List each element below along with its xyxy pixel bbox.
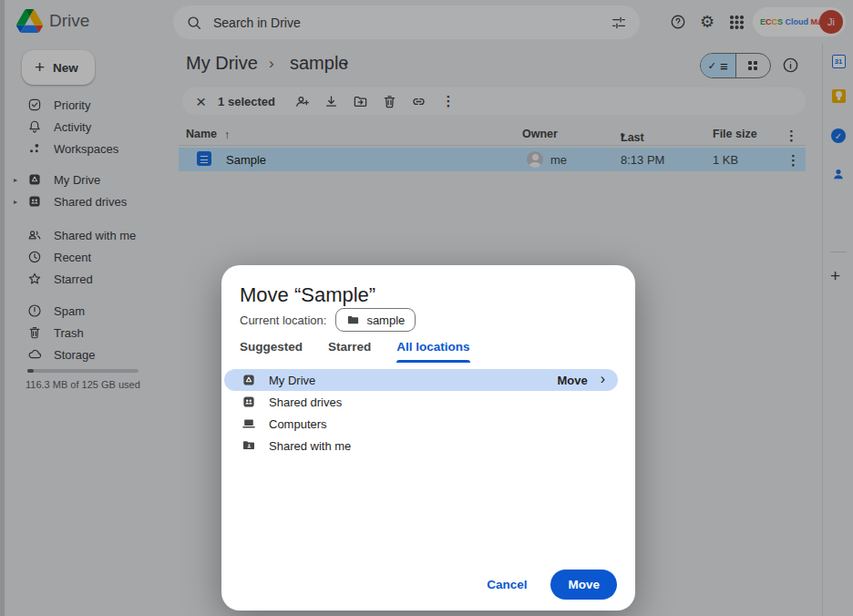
tab-starred[interactable]: Starred <box>328 340 371 363</box>
location-label: My Drive <box>269 374 315 387</box>
location-row-shared-with-me[interactable]: Shared with me <box>224 435 618 457</box>
move-dialog: Move “Sample” Current location: sample S… <box>221 265 635 611</box>
tab-suggested[interactable]: Suggested <box>240 340 303 363</box>
chevron-right-icon[interactable]: › <box>601 371 605 389</box>
move-button[interactable]: Move <box>550 570 617 600</box>
current-location-chip[interactable]: sample <box>335 308 416 332</box>
location-row-my-drive[interactable]: My Drive Move › <box>224 369 618 391</box>
location-row-shared-drives[interactable]: Shared drives <box>224 391 618 413</box>
location-label: Shared with me <box>269 439 351 453</box>
cancel-button[interactable]: Cancel <box>478 570 536 599</box>
shared-with-me-folder-icon <box>242 438 256 453</box>
tab-all-locations[interactable]: All locations <box>396 340 469 363</box>
dialog-title: Move “Sample” <box>240 283 375 307</box>
shared-drives-icon <box>242 395 256 409</box>
location-label: Shared drives <box>269 395 342 409</box>
location-label: Computers <box>269 417 327 431</box>
current-location-label: Current location: <box>240 313 326 327</box>
move-here-label[interactable]: Move <box>557 374 587 387</box>
location-list: My Drive Move › Shared drives Computers … <box>221 369 635 457</box>
location-row-computers[interactable]: Computers <box>224 413 618 435</box>
computers-icon <box>242 416 256 431</box>
dialog-tabs: Suggested Starred All locations <box>240 340 470 363</box>
folder-icon <box>346 313 360 327</box>
current-location-value: sample <box>366 313 405 327</box>
my-drive-icon <box>242 373 256 387</box>
